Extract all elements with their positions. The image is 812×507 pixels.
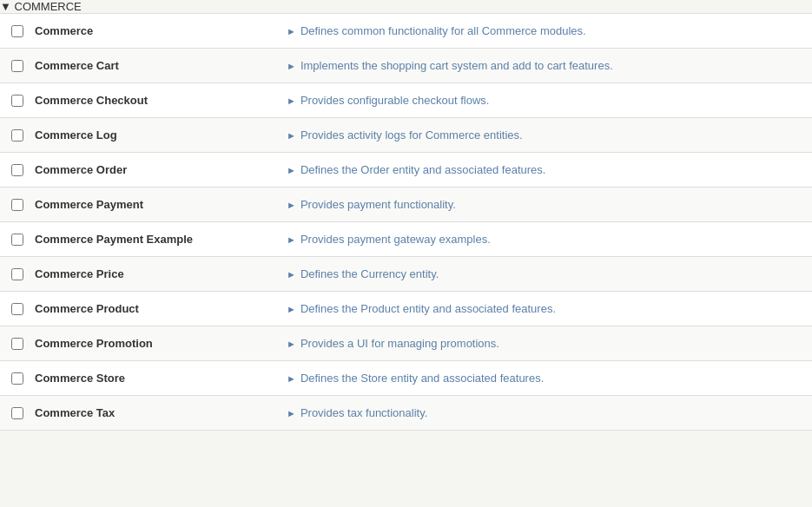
- module-description-commerce-checkout: Provides configurable checkout flows.: [300, 94, 490, 107]
- module-description-commerce-order: Defines the Order entity and associated …: [300, 163, 546, 176]
- checkbox-cell-commerce-cart: [0, 49, 35, 82]
- module-checkbox-commerce-checkout[interactable]: [11, 95, 23, 107]
- checkbox-cell-commerce-checkout: [0, 84, 35, 117]
- checkbox-cell-commerce-payment-example: [0, 223, 35, 256]
- module-description-commerce-cart: Implements the shopping cart system and …: [300, 59, 613, 72]
- module-name-commerce-tax: Commerce Tax: [35, 406, 115, 419]
- module-description-commerce-payment: Provides payment functionality.: [300, 198, 456, 211]
- desc-arrow-icon: ►: [287, 408, 296, 418]
- module-row: Commerce Order ► Defines the Order entit…: [0, 152, 812, 187]
- module-name-commerce-order: Commerce Order: [35, 163, 127, 176]
- module-desc-cell-commerce-order: ► Defines the Order entity and associate…: [278, 153, 812, 187]
- module-name-commerce-promotion: Commerce Promotion: [35, 337, 153, 350]
- module-description-commerce: Defines common functionality for all Com…: [300, 24, 586, 37]
- module-name-cell-commerce-order: Commerce Order: [35, 153, 278, 187]
- module-name-cell-commerce-store: Commerce Store: [35, 361, 278, 395]
- module-name-commerce-payment-example: Commerce Payment Example: [35, 233, 193, 246]
- module-name-commerce-cart: Commerce Cart: [35, 59, 119, 72]
- desc-arrow-icon: ►: [287, 339, 296, 349]
- module-name-commerce: Commerce: [35, 24, 93, 37]
- module-name-cell-commerce-checkout: Commerce Checkout: [35, 83, 278, 117]
- desc-arrow-icon: ►: [287, 26, 296, 36]
- module-desc-cell-commerce-price: ► Defines the Currency entity.: [278, 257, 812, 291]
- module-row: Commerce Log ► Provides activity logs fo…: [0, 117, 812, 152]
- module-checkbox-commerce[interactable]: [11, 25, 23, 37]
- module-row: Commerce Payment ► Provides payment func…: [0, 187, 812, 221]
- desc-arrow-icon: ►: [287, 95, 296, 106]
- module-name-cell-commerce-payment: Commerce Payment: [35, 188, 278, 221]
- module-desc-cell-commerce-checkout: ► Provides configurable checkout flows.: [278, 83, 812, 117]
- module-name-cell-commerce-log: Commerce Log: [35, 118, 278, 152]
- module-desc-cell-commerce: ► Defines common functionality for all C…: [278, 14, 812, 48]
- checkbox-cell-commerce-store: [0, 362, 35, 395]
- module-row: Commerce Checkout ► Provides configurabl…: [0, 82, 812, 117]
- module-desc-cell-commerce-log: ► Provides activity logs for Commerce en…: [278, 118, 812, 152]
- module-name-commerce-price: Commerce Price: [35, 267, 124, 280]
- module-description-commerce-tax: Provides tax functionality.: [300, 406, 427, 419]
- module-description-commerce-product: Defines the Product entity and associate…: [300, 302, 556, 315]
- checkbox-cell-commerce-log: [0, 119, 35, 152]
- module-name-commerce-payment: Commerce Payment: [35, 198, 143, 211]
- desc-arrow-icon: ►: [287, 373, 296, 384]
- module-row: Commerce Payment Example ► Provides paym…: [0, 221, 812, 256]
- module-name-cell-commerce-promotion: Commerce Promotion: [35, 326, 278, 360]
- module-row: Commerce Store ► Defines the Store entit…: [0, 360, 812, 395]
- desc-arrow-icon: ►: [287, 165, 296, 175]
- module-checkbox-commerce-product[interactable]: [11, 303, 23, 315]
- module-name-cell-commerce-price: Commerce Price: [35, 257, 278, 291]
- module-row: Commerce Cart ► Implements the shopping …: [0, 48, 812, 82]
- module-checkbox-commerce-promotion[interactable]: [11, 338, 23, 350]
- module-description-commerce-payment-example: Provides payment gateway examples.: [300, 233, 491, 246]
- module-row: Commerce Promotion ► Provides a UI for m…: [0, 326, 812, 360]
- module-checkbox-commerce-store[interactable]: [11, 372, 23, 385]
- module-name-cell-commerce-tax: Commerce Tax: [35, 396, 278, 430]
- module-description-commerce-store: Defines the Store entity and associated …: [300, 372, 544, 385]
- module-row: Commerce Product ► Defines the Product e…: [0, 291, 812, 326]
- module-desc-cell-commerce-product: ► Defines the Product entity and associa…: [278, 292, 812, 326]
- module-row: Commerce ► Defines common functionality …: [0, 13, 812, 48]
- module-name-cell-commerce-product: Commerce Product: [35, 292, 278, 326]
- module-name-cell-commerce: Commerce: [35, 14, 278, 48]
- modules-list: Commerce ► Defines common functionality …: [0, 13, 812, 431]
- triangle-icon: ▼: [0, 0, 11, 13]
- module-description-commerce-price: Defines the Currency entity.: [300, 267, 439, 280]
- checkbox-cell-commerce-payment: [0, 188, 35, 221]
- module-desc-cell-commerce-store: ► Defines the Store entity and associate…: [278, 361, 812, 395]
- checkbox-cell-commerce-tax: [0, 397, 35, 430]
- section-header[interactable]: ▼ COMMERCE: [0, 0, 812, 13]
- desc-arrow-icon: ►: [287, 61, 296, 71]
- module-name-commerce-log: Commerce Log: [35, 128, 117, 142]
- checkbox-cell-commerce-promotion: [0, 327, 35, 360]
- desc-arrow-icon: ►: [287, 304, 296, 314]
- module-desc-cell-commerce-payment: ► Provides payment functionality.: [278, 188, 812, 221]
- section-title: COMMERCE: [15, 0, 82, 13]
- module-description-commerce-log: Provides activity logs for Commerce enti…: [300, 128, 523, 142]
- module-checkbox-commerce-cart[interactable]: [11, 60, 23, 72]
- module-row: Commerce Tax ► Provides tax functionalit…: [0, 395, 812, 431]
- checkbox-cell-commerce-product: [0, 293, 35, 326]
- checkbox-cell-commerce: [0, 15, 35, 48]
- module-name-cell-commerce-payment-example: Commerce Payment Example: [35, 222, 278, 256]
- checkbox-cell-commerce-order: [0, 154, 35, 187]
- module-checkbox-commerce-price[interactable]: [11, 268, 23, 280]
- module-name-commerce-checkout: Commerce Checkout: [35, 94, 148, 107]
- module-checkbox-commerce-tax[interactable]: [11, 407, 23, 419]
- desc-arrow-icon: ►: [287, 130, 296, 141]
- checkbox-cell-commerce-price: [0, 258, 35, 291]
- module-name-commerce-store: Commerce Store: [35, 372, 125, 385]
- desc-arrow-icon: ►: [287, 269, 296, 280]
- module-row: Commerce Price ► Defines the Currency en…: [0, 256, 812, 291]
- desc-arrow-icon: ►: [287, 234, 296, 245]
- module-checkbox-commerce-log[interactable]: [11, 129, 23, 142]
- module-desc-cell-commerce-payment-example: ► Provides payment gateway examples.: [278, 222, 812, 256]
- module-name-cell-commerce-cart: Commerce Cart: [35, 49, 278, 82]
- module-desc-cell-commerce-cart: ► Implements the shopping cart system an…: [278, 49, 812, 82]
- module-checkbox-commerce-payment-example[interactable]: [11, 234, 23, 246]
- module-checkbox-commerce-payment[interactable]: [11, 199, 23, 211]
- module-name-commerce-product: Commerce Product: [35, 302, 139, 315]
- module-description-commerce-promotion: Provides a UI for managing promotions.: [300, 337, 499, 350]
- module-desc-cell-commerce-promotion: ► Provides a UI for managing promotions.: [278, 326, 812, 360]
- module-checkbox-commerce-order[interactable]: [11, 164, 23, 176]
- module-desc-cell-commerce-tax: ► Provides tax functionality.: [278, 396, 812, 430]
- desc-arrow-icon: ►: [287, 200, 296, 210]
